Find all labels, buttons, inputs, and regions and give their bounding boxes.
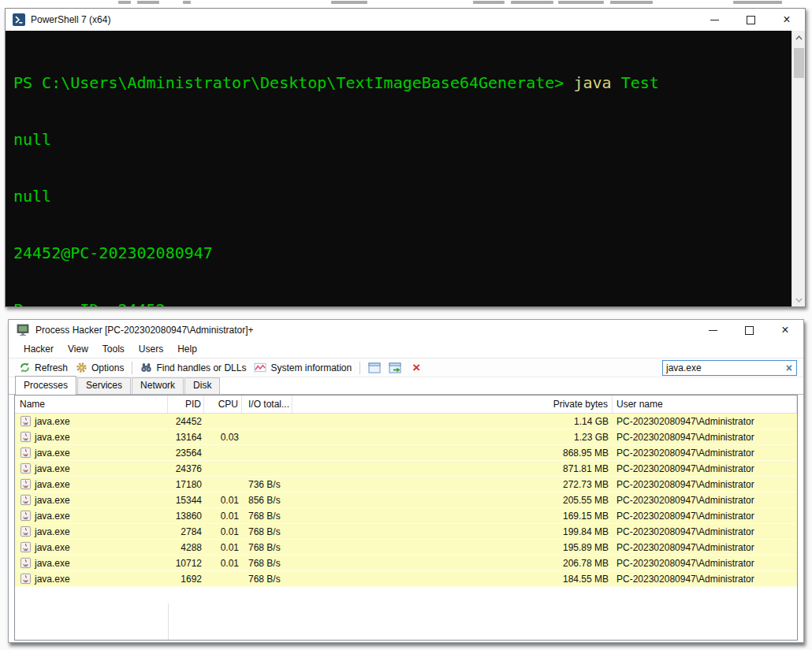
process-user-name: PC-202302080947\Administrator	[613, 526, 797, 537]
process-name-cell: java.exe	[15, 478, 168, 490]
send-to-tray-button[interactable]	[385, 361, 405, 375]
process-io-total: 768 B/s	[242, 574, 292, 585]
find-handles-label: Find handles or DLLs	[156, 362, 246, 373]
maximize-button[interactable]	[731, 320, 767, 340]
terminal-output-line: null	[13, 130, 805, 149]
process-name-cell: java.exe	[15, 431, 168, 443]
powershell-icon	[13, 13, 25, 26]
search-input[interactable]	[663, 362, 782, 374]
always-on-top-button[interactable]	[364, 361, 385, 375]
scroll-up-icon[interactable]	[792, 31, 806, 44]
java-exe-icon	[20, 573, 32, 585]
process-row[interactable]: java.exe17180736 B/s272.73 MBPC-20230208…	[15, 477, 797, 492]
process-name: java.exe	[35, 511, 70, 522]
menu-help[interactable]: Help	[170, 342, 204, 356]
process-pid: 17180	[168, 479, 204, 490]
process-row[interactable]: java.exe42880.01768 B/s195.89 MBPC-20230…	[15, 540, 797, 555]
minimize-button[interactable]	[696, 9, 732, 31]
command-text: java	[573, 73, 611, 92]
background-window-fragment	[558, 1, 604, 4]
tab-bar: Processes Services Network Disk	[9, 377, 803, 395]
process-pid: 13164	[168, 432, 204, 443]
java-exe-icon	[20, 415, 32, 427]
process-user-name: PC-202302080947\Administrator	[613, 542, 797, 553]
process-row[interactable]: java.exe153440.01856 B/s205.55 MBPC-2023…	[15, 492, 797, 508]
options-label: Options	[91, 362, 124, 373]
system-information-label: System information	[270, 362, 352, 373]
minimize-icon	[710, 20, 719, 20]
terminal-output-line: 24452@PC-202302080947	[13, 243, 805, 262]
process-io-total: 768 B/s	[242, 511, 292, 522]
java-exe-icon	[20, 541, 32, 553]
column-header-private-bytes[interactable]: Private bytes	[292, 396, 613, 413]
minimize-button[interactable]	[695, 320, 731, 340]
menu-hacker[interactable]: Hacker	[17, 342, 61, 356]
background-window-fragment	[331, 1, 367, 4]
java-exe-icon	[20, 447, 32, 459]
close-icon: ×	[781, 324, 788, 336]
terminate-button[interactable]: ×	[405, 359, 427, 376]
terminal-output[interactable]: PS C:\Users\Administrator\Desktop\TextIm…	[6, 31, 805, 306]
process-private-bytes: 205.55 MB	[292, 495, 613, 506]
process-row[interactable]: java.exe24376871.81 MBPC-202302080947\Ad…	[15, 461, 797, 477]
java-exe-icon	[20, 510, 32, 522]
process-user-name: PC-202302080947\Administrator	[613, 463, 797, 474]
maximize-icon	[747, 16, 755, 24]
maximize-button[interactable]	[732, 9, 769, 31]
scroll-down-icon[interactable]	[792, 293, 806, 306]
process-user-name: PC-202302080947\Administrator	[613, 448, 797, 459]
process-row[interactable]: java.exe1692768 B/s184.55 MBPC-202302080…	[15, 571, 797, 587]
process-row[interactable]: java.exe23564868.95 MBPC-202302080947\Ad…	[15, 445, 797, 461]
tab-disk[interactable]: Disk	[184, 377, 220, 394]
options-button[interactable]: Options	[72, 360, 128, 375]
process-pid: 24376	[168, 463, 204, 474]
tab-network[interactable]: Network	[132, 377, 184, 394]
column-header-cpu[interactable]: CPU	[204, 396, 242, 413]
process-name-cell: java.exe	[15, 573, 168, 585]
process-io-total: 768 B/s	[242, 542, 292, 553]
process-row[interactable]: java.exe244521.14 GBPC-202302080947\Admi…	[15, 414, 797, 429]
column-header-user-name[interactable]: User name	[613, 396, 797, 413]
tab-processes[interactable]: Processes	[15, 376, 76, 395]
tab-services[interactable]: Services	[77, 377, 131, 394]
terminal-prompt-line: PS C:\Users\Administrator\Desktop\TextIm…	[13, 73, 805, 92]
close-button[interactable]: ×	[767, 320, 803, 340]
close-button[interactable]: ×	[769, 9, 805, 31]
process-private-bytes: 195.89 MB	[292, 542, 613, 553]
process-row[interactable]: java.exe138600.01768 B/s169.15 MBPC-2023…	[15, 508, 797, 524]
refresh-button[interactable]: Refresh	[15, 360, 72, 375]
process-row[interactable]: java.exe107120.01768 B/s206.78 MBPC-2023…	[15, 555, 797, 571]
maximize-icon	[745, 326, 754, 335]
process-name-cell: java.exe	[15, 462, 168, 474]
scrollbar-thumb[interactable]	[794, 48, 804, 78]
process-io-total: 736 B/s	[242, 479, 292, 490]
process-row[interactable]: java.exe27840.01768 B/s199.84 MBPC-20230…	[15, 524, 797, 540]
process-row[interactable]: java.exe131640.031.23 GBPC-202302080947\…	[15, 429, 797, 445]
column-header-name[interactable]: Name	[15, 396, 168, 413]
terminal-output-line: ProcessID: 24452	[13, 300, 805, 306]
menu-view[interactable]: View	[61, 342, 95, 356]
column-header-pid[interactable]: PID	[168, 396, 204, 413]
find-handles-button[interactable]: Find handles or DLLs	[136, 360, 250, 375]
menu-users[interactable]: Users	[132, 342, 170, 356]
close-icon: ×	[783, 13, 790, 26]
menu-tools[interactable]: Tools	[95, 342, 132, 356]
list-empty-area	[15, 604, 797, 640]
column-header-io-total[interactable]: I/O total...	[242, 396, 292, 413]
powershell-titlebar[interactable]: PowerShell 7 (x64) ×	[6, 9, 805, 31]
process-user-name: PC-202302080947\Administrator	[613, 479, 797, 490]
java-exe-icon	[20, 494, 32, 506]
binoculars-icon	[140, 362, 152, 373]
process-io-total: 768 B/s	[242, 526, 292, 537]
process-private-bytes: 272.73 MB	[292, 479, 613, 490]
process-private-bytes: 868.95 MB	[292, 448, 613, 459]
menu-bar: Hacker View Tools Users Help	[9, 340, 803, 358]
terminal-scrollbar[interactable]	[792, 31, 805, 306]
background-window-sliver	[0, 0, 812, 8]
process-private-bytes: 871.81 MB	[292, 463, 613, 474]
toolbar-separator	[132, 362, 132, 374]
process-search-box: ×	[662, 360, 797, 376]
clear-search-icon[interactable]: ×	[782, 362, 796, 373]
process-hacker-titlebar[interactable]: Process Hacker [PC-202302080947\Administ…	[9, 320, 803, 340]
system-information-button[interactable]: System information	[250, 360, 356, 375]
